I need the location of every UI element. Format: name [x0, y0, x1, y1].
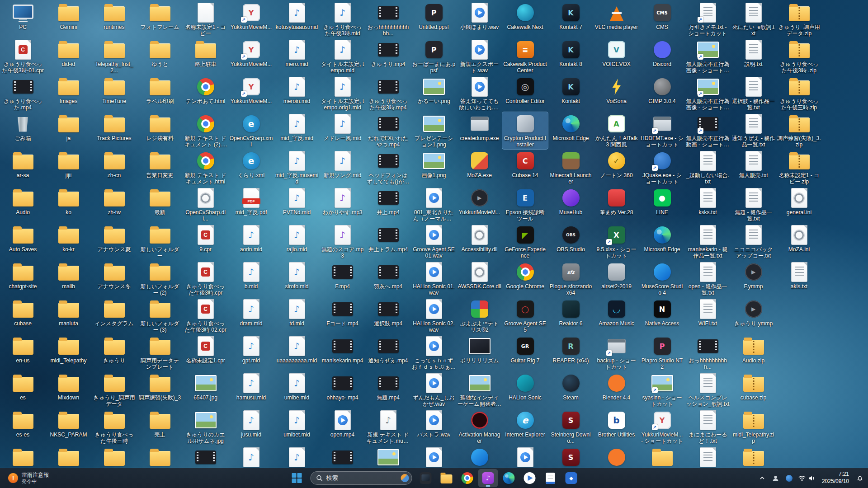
desktop-icon[interactable]: ♪PVTNd.mid — [274, 186, 320, 223]
desktop-icon[interactable]: CCubase 14 — [502, 149, 548, 186]
desktop-icon[interactable]: Accessibility.dll — [457, 223, 502, 260]
taskbar-app-dark-monitor-app[interactable] — [416, 469, 436, 487]
taskbar-app-blue-app[interactable]: ◆ — [561, 469, 581, 487]
desktop-icon[interactable]: こってｓｈｎずおｆｄｓｂぶぁ.wav — [411, 334, 457, 371]
desktop-icon[interactable]: KKontakt 8 — [548, 38, 594, 75]
desktop-icon[interactable]: ♪uaaaaaaaaa.mid — [274, 334, 320, 371]
desktop-icon[interactable]: ↗syasinn - ショートカット — [639, 371, 685, 408]
desktop-icon[interactable]: VVOICEVOX — [594, 38, 639, 75]
desktop-icon[interactable]: NNative Access — [639, 297, 685, 334]
desktop-icon[interactable]: 通知うぜえ - 親作品一覧.txt — [731, 112, 776, 149]
desktop-icon[interactable]: バストラ.wav — [411, 408, 457, 446]
desktop-icon[interactable]: Telepathy_Inst_2... — [91, 38, 137, 75]
desktop-icon[interactable]: Mixdown — [46, 371, 91, 408]
desktop-icon[interactable]: 小銭ほまり.wav — [457, 1, 502, 38]
desktop-icon[interactable]: did-id — [46, 38, 91, 75]
desktop-icon[interactable]: ヘッドフォンはずしてても()がつかつあ.mp4 — [365, 149, 411, 186]
desktop-icon[interactable]: ◤GeForce Experience — [502, 223, 548, 260]
start-button[interactable] — [287, 469, 307, 487]
taskbar-app-microsoft-edge[interactable] — [499, 469, 519, 487]
desktop-icon[interactable]: ニコニコバックアップコー.txt — [731, 223, 776, 260]
desktop-icon[interactable]: ♪dram.mid — [228, 297, 274, 334]
desktop-icon[interactable]: ↗無人販売不正行為画像 - ショートカット — [685, 75, 731, 112]
desktop-icon[interactable]: 選択肢 - 親作品一覧.txt — [731, 75, 776, 112]
desktop-icon[interactable]: Google Chrome — [502, 260, 548, 297]
desktop-icon[interactable]: en-us — [0, 334, 46, 371]
desktop-icon[interactable]: ♪新規ソング.mid — [320, 149, 365, 186]
desktop-icon[interactable]: Groove Agent SE 01.wav — [411, 223, 457, 260]
desktop-icon[interactable]: 羽灰へ.mp4 — [365, 260, 411, 297]
desktop-icon[interactable]: cubase — [0, 297, 46, 334]
desktop-icon[interactable]: Microsoft Edge — [639, 223, 685, 260]
desktop-icon[interactable]: ♪mid_字反.musemid — [274, 149, 320, 186]
desktop-icon[interactable]: HALion Sonic 02.wav — [411, 297, 457, 334]
desktop-icon[interactable]: ko — [46, 186, 91, 223]
desktop-icon[interactable]: Reaktor 6 — [548, 297, 594, 334]
desktop-icon[interactable]: cubase.zip — [731, 371, 776, 408]
desktop-icon[interactable]: sfzPlogue sforzando x64 — [548, 260, 594, 297]
desktop-icon[interactable]: runtimes — [91, 1, 137, 38]
desktop-icon[interactable]: ごみ箱 — [0, 112, 46, 149]
desktop-icon[interactable]: Y↗YukkuriMovieM... — [228, 38, 274, 75]
desktop-icon[interactable]: きゅうり食べった午後3時 .zip — [776, 38, 822, 75]
notification-bell-icon[interactable] — [854, 470, 866, 486]
desktop-icon[interactable]: es-es — [0, 408, 46, 446]
desktop-icon[interactable]: 説明.txt — [731, 38, 776, 75]
desktop-icon[interactable]: きゅうり食べった午後3時.mp4 — [365, 75, 411, 112]
desktop-icon[interactable]: manisekarin - 親作品一覧.txt — [685, 223, 731, 260]
desktop-icon[interactable]: WIFI.txt — [685, 297, 731, 334]
desktop-icon[interactable]: Activation Manager — [457, 408, 502, 446]
desktop-icon[interactable]: 死にたい_e歌詞.txt — [731, 1, 776, 38]
desktop-icon[interactable]: 選択肢.mp4 — [365, 297, 411, 334]
desktop-icon[interactable]: きゅうり食べった午後三時.zip — [776, 75, 822, 112]
desktop-icon[interactable]: ♪rajio.mid — [274, 223, 320, 260]
desktop-icon[interactable]: VLC media player — [594, 1, 639, 38]
desktop-icon[interactable]: おっhhhhhhhhhhhh... — [365, 1, 411, 38]
desktop-icon[interactable]: Cきゅうり食べった午後3時-01.cpr — [0, 38, 46, 75]
desktop-icon[interactable]: C9.cpr — [183, 223, 228, 260]
desktop-icon[interactable]: テンポあて.html — [183, 75, 228, 112]
desktop-icon[interactable]: PPiapro Studio NT2 — [639, 334, 685, 371]
desktop-icon[interactable]: Microsoft Edge — [548, 112, 594, 149]
desktop-icon[interactable]: chatgpt-site — [0, 260, 46, 297]
desktop-icon[interactable]: きゅうりのカエル用サムネ.jpg — [183, 408, 228, 446]
desktop-icon[interactable]: ゆうと — [137, 38, 183, 75]
tray-clock[interactable]: 7:21 2025/09/10 — [818, 471, 853, 485]
desktop-icon[interactable]: open - 親作品一覧.txt — [685, 260, 731, 297]
desktop-icon[interactable]: きゅうり.mp4 — [365, 38, 411, 75]
desktop-icon[interactable]: 新しいフォルダー (3) — [137, 297, 183, 334]
desktop-icon[interactable]: 通知うぜえ.mp4 — [365, 334, 411, 371]
desktop-icon[interactable]: アナウンス冬 — [91, 260, 137, 297]
desktop-icon[interactable]: ラベル印刷 — [137, 75, 183, 112]
desktop-icon[interactable]: ♪hamusu.mid — [228, 371, 274, 408]
desktop-icon[interactable]: C名称未設定1.cpr — [183, 334, 228, 371]
desktop-icon[interactable]: AWSSDK.Core.dll — [457, 260, 502, 297]
desktop-icon[interactable]: 営業日変更 — [137, 149, 183, 186]
taskbar-app-music-app[interactable]: ♪ — [478, 469, 498, 487]
desktop-icon[interactable]: ♪新規 テキスト ドキュメント.musicxml — [365, 408, 411, 446]
desktop-icon[interactable]: ksks.txt — [685, 186, 731, 223]
desktop-icon[interactable]: HALion Sonic 01.wav — [411, 260, 457, 297]
desktop-icon[interactable]: GIMP 3.0.4 — [639, 75, 685, 112]
desktop-icon[interactable]: ohhayo-.mp4 — [320, 371, 365, 408]
desktop-icon[interactable]: ar-sa — [0, 149, 46, 186]
desktop-icon[interactable]: MuseHub — [548, 186, 594, 223]
desktop-icon[interactable]: まにまにわーるど！.txt — [685, 408, 731, 446]
desktop-icon[interactable]: 001_東北きりたん（ノーマル）_今じゃ... — [411, 186, 457, 223]
desktop-icon[interactable]: 井上トラム.mp4 — [365, 223, 411, 260]
desktop-icon[interactable]: Discord — [639, 38, 685, 75]
desktop-icon[interactable]: ≡Cakewalk Product Center — [502, 38, 548, 75]
desktop-icon[interactable]: Auto Saves — [0, 223, 46, 260]
desktop-icon[interactable]: VoiSona — [594, 75, 639, 112]
desktop-icon[interactable]: Aかんたん！AITalk 3 関西風 — [594, 112, 639, 149]
desktop-icon[interactable]: きゅうり食べった午後三時 — [91, 408, 137, 446]
desktop-icon[interactable]: ▶F.ymmp — [731, 260, 776, 297]
desktop-icon[interactable]: Fコード.mp4 — [320, 297, 365, 334]
desktop-icon[interactable]: きゅうり — [91, 334, 137, 371]
desktop-icon[interactable]: OpenCvSharp.dll... — [183, 186, 228, 223]
desktop-icon[interactable]: Cakewalk Next — [502, 1, 548, 38]
desktop-icon[interactable]: ↗JQuake.exe - ショートカット — [639, 149, 685, 186]
desktop-icon[interactable]: 井上.mp4 — [365, 186, 411, 223]
desktop-icon[interactable]: ずんだもん_しおかぜ.wav — [411, 371, 457, 408]
desktop-icon[interactable]: zh-cn — [91, 149, 137, 186]
